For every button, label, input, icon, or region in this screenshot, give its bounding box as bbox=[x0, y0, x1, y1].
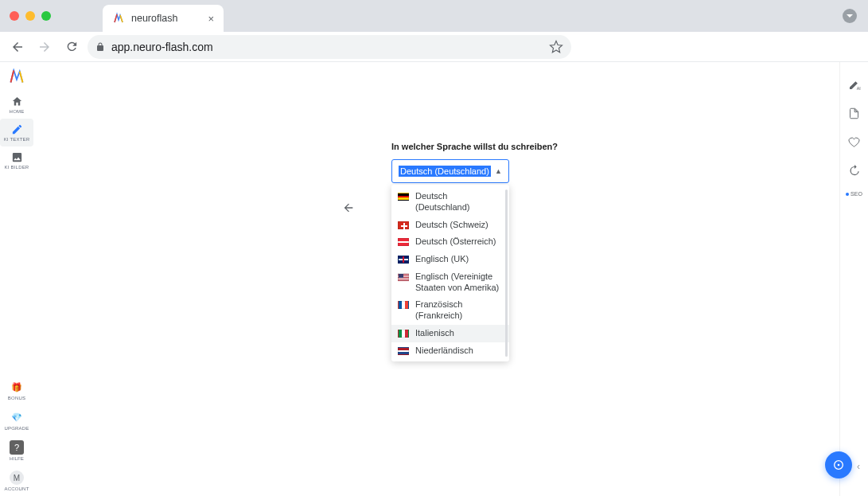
dropdown-option-de-at[interactable]: Deutsch (Österreich) bbox=[391, 233, 509, 251]
option-label: Deutsch (Schweiz) bbox=[415, 220, 488, 231]
option-label: Deutsch (Deutschland) bbox=[415, 191, 503, 213]
sidebar-item-account[interactable]: M ACCOUNT bbox=[0, 466, 33, 496]
option-label: Niederländisch bbox=[415, 346, 473, 357]
dropdown-option-en-uk[interactable]: Englisch (UK) bbox=[391, 251, 509, 268]
gift-icon: 🎁 bbox=[10, 380, 24, 394]
window-maximize-icon[interactable] bbox=[41, 11, 51, 21]
flag-de-icon bbox=[398, 193, 409, 201]
sidebar-item-upgrade[interactable]: 💎 UPGRADE bbox=[0, 405, 33, 435]
tab-favicon-icon bbox=[112, 12, 125, 25]
option-label: Deutsch (Österreich) bbox=[415, 236, 496, 248]
sidebar-item-ki-bilder[interactable]: KI BILDER bbox=[0, 146, 33, 174]
flag-at-icon bbox=[398, 238, 409, 246]
gem-icon: 💎 bbox=[10, 410, 24, 424]
app-body: HOME KI TEXTER KI BILDER 🎁 BONUS 💎 UPGRA… bbox=[0, 62, 868, 496]
flag-ch-icon bbox=[398, 221, 409, 229]
svg-text:AI: AI bbox=[856, 86, 860, 91]
flag-nl-icon bbox=[398, 347, 409, 355]
reload-button[interactable] bbox=[60, 36, 83, 58]
dropdown-option-en-us[interactable]: Englisch (Vereinigte Staaten von Amerika… bbox=[391, 268, 509, 297]
image-icon bbox=[11, 151, 23, 163]
pencil-icon bbox=[11, 123, 23, 135]
sidebar-item-label: HOME bbox=[10, 109, 25, 114]
avatar-icon: M bbox=[10, 471, 24, 485]
sidebar-item-bonus[interactable]: 🎁 BONUS bbox=[0, 375, 33, 405]
sidebar-right: AI SEO bbox=[839, 62, 868, 496]
browser-toolbar: app.neuro-flash.com bbox=[0, 32, 868, 62]
option-label: Französisch (Frankreich) bbox=[415, 299, 503, 322]
select-value: Deutsch (Deutschland) bbox=[399, 166, 491, 177]
dropdown-option-it[interactable]: Italienisch bbox=[391, 325, 509, 342]
document-icon[interactable] bbox=[847, 105, 862, 121]
form-question: In welcher Sprache willst du schreiben? bbox=[391, 142, 509, 151]
sidebar-item-label: UPGRADE bbox=[4, 426, 29, 431]
tab-title: neuroflash bbox=[131, 13, 177, 24]
sidebar-item-label: ACCOUNT bbox=[4, 486, 29, 491]
window-close-icon[interactable] bbox=[10, 11, 19, 21]
sidebar-item-hilfe[interactable]: ? HILFE bbox=[0, 435, 33, 466]
window-titlebar: neuroflash × bbox=[0, 0, 868, 32]
url-text: app.neuro-flash.com bbox=[111, 41, 543, 53]
home-icon bbox=[11, 96, 23, 107]
history-icon[interactable] bbox=[847, 162, 862, 178]
heart-icon[interactable] bbox=[847, 134, 862, 150]
svg-point-2 bbox=[838, 464, 840, 467]
language-select[interactable]: Deutsch (Deutschland) ▲ bbox=[391, 159, 509, 183]
dropdown-scrollbar[interactable] bbox=[505, 189, 508, 357]
dropdown-option-de-de[interactable]: Deutsch (Deutschland) bbox=[391, 188, 509, 217]
seo-indicator[interactable]: SEO bbox=[846, 191, 862, 197]
window-minimize-icon[interactable] bbox=[25, 11, 35, 21]
sidebar-item-ki-texter[interactable]: KI TEXTER bbox=[0, 119, 33, 146]
browser-tab[interactable]: neuroflash × bbox=[103, 5, 224, 32]
bookmark-icon[interactable] bbox=[549, 40, 563, 54]
profile-menu-icon[interactable] bbox=[843, 9, 857, 23]
sidebar-item-label: BONUS bbox=[8, 396, 25, 400]
dropdown-option-pl[interactable]: Polnisch bbox=[391, 359, 509, 361]
chat-icon bbox=[832, 459, 845, 471]
sidebar-item-home[interactable]: HOME bbox=[0, 91, 33, 119]
language-form: In welcher Sprache willst du schreiben? … bbox=[391, 142, 509, 361]
seo-bullet-icon bbox=[846, 193, 849, 196]
flag-fr-icon bbox=[398, 301, 409, 309]
option-label: Italienisch bbox=[415, 328, 454, 339]
ai-tool-icon[interactable]: AI bbox=[847, 76, 862, 92]
flag-it-icon bbox=[398, 330, 409, 338]
chevron-up-icon: ▲ bbox=[495, 167, 502, 175]
dropdown-option-fr[interactable]: Französisch (Frankreich) bbox=[391, 296, 509, 325]
sidebar-item-label: KI BILDER bbox=[5, 165, 29, 170]
flag-uk-icon bbox=[398, 256, 409, 264]
lock-icon bbox=[95, 42, 105, 52]
address-bar[interactable]: app.neuro-flash.com bbox=[88, 35, 571, 59]
flag-us-icon bbox=[398, 273, 409, 281]
sidebar-item-label: HILFE bbox=[10, 456, 24, 461]
seo-label: SEO bbox=[850, 191, 862, 197]
back-button[interactable] bbox=[6, 36, 29, 58]
sidebar-left: HOME KI TEXTER KI BILDER 🎁 BONUS 💎 UPGRA… bbox=[0, 62, 33, 496]
window-controls bbox=[10, 11, 51, 21]
dropdown-option-de-ch[interactable]: Deutsch (Schweiz) bbox=[391, 217, 509, 234]
sidebar-item-label: KI TEXTER bbox=[4, 137, 30, 142]
language-dropdown: Deutsch (Deutschland) Deutsch (Schweiz) … bbox=[391, 185, 509, 361]
option-label: Englisch (Vereinigte Staaten von Amerika… bbox=[415, 271, 503, 294]
app-logo-icon[interactable] bbox=[9, 68, 25, 84]
help-icon: ? bbox=[10, 440, 24, 455]
back-step-button[interactable] bbox=[342, 201, 355, 214]
tab-close-icon[interactable]: × bbox=[208, 13, 214, 25]
collapse-chevron-icon[interactable]: ‹ bbox=[857, 461, 860, 472]
main-content: In welcher Sprache willst du schreiben? … bbox=[33, 62, 839, 496]
option-label: Englisch (UK) bbox=[415, 254, 469, 265]
dropdown-option-nl[interactable]: Niederländisch bbox=[391, 342, 509, 360]
chat-fab-button[interactable] bbox=[825, 451, 852, 478]
forward-button bbox=[33, 36, 56, 58]
